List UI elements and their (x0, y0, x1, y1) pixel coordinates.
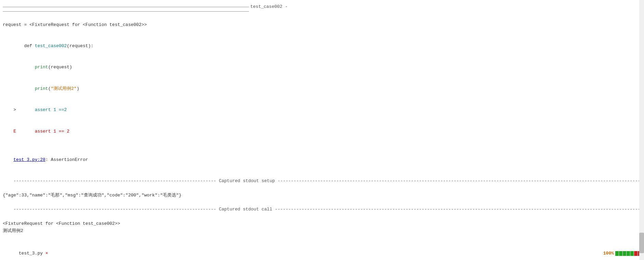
def-line: def test_case002(request): (3, 36, 641, 57)
block-green-2 (619, 251, 622, 256)
test-file-name: test_3.py (19, 251, 45, 256)
chinese-test-label: 测试用例2 (3, 228, 641, 235)
print-chinese-line: print("测试用例2") (3, 78, 641, 99)
assert-e-line: E assert 1 == 2 (3, 121, 641, 142)
gt-marker: > (13, 107, 35, 112)
blank-line-2 (3, 28, 641, 36)
scrollbar-thumb[interactable] (639, 233, 644, 253)
scrollbar[interactable] (639, 0, 644, 260)
terminal-container: test_case002 - request = <FixtureRequest… (0, 0, 644, 260)
captured-setup-section: ----------------------------------------… (3, 170, 641, 192)
json-output-line: {"age":33,"name":"毛那","msg":"查询成功","code… (3, 192, 641, 199)
print-keyword-2: print (35, 86, 48, 91)
test-case-header: test_case002 - (249, 3, 288, 11)
separator-bottom (3, 11, 249, 12)
dashes-left-call: ----------------------------------------… (13, 207, 219, 212)
error-location-line: test_3.py:28: AssertionError (3, 149, 641, 170)
captured-call-label: Captured stdout call (219, 207, 272, 212)
request-line: request = <FixtureRequest for <Function … (3, 22, 641, 29)
progress-percent: 100% (603, 250, 614, 257)
blank-line-1 (3, 14, 641, 22)
dashes-right-call: ----------------------------------------… (272, 207, 644, 212)
error-type: : AssertionError (45, 157, 88, 162)
print-keyword-1: print (35, 65, 48, 70)
block-green-5 (630, 251, 634, 256)
func-name: test_case002 (35, 43, 67, 49)
assert-gt-line: > assert 1 ==2 (3, 99, 641, 121)
fixture-request-line: <FixtureRequest for <Function test_case0… (3, 220, 641, 228)
separator-top (3, 7, 249, 7)
x-mark: × (45, 251, 48, 256)
progress-bar-right: 100% (603, 250, 641, 257)
string-arg: "测试用例2" (51, 86, 76, 91)
block-green-4 (627, 251, 630, 256)
progress-bar-row: test_3.py × 100% (3, 242, 641, 260)
def-keyword: def (13, 43, 35, 49)
captured-setup-label: Captured stdout setup (219, 178, 275, 183)
func-args: (request): (67, 43, 93, 49)
blank-before-progress (3, 235, 641, 242)
error-file-link[interactable]: test_3.py:28 (13, 157, 45, 162)
progress-bar-label: test_3.py × (3, 243, 48, 260)
block-green-3 (623, 251, 626, 256)
e-marker: E (13, 129, 35, 134)
block-green-1 (615, 251, 619, 256)
assert-stmt: assert 1 ==2 (35, 107, 67, 112)
assert-error: assert 1 == 2 (35, 129, 69, 134)
blank-line-3 (3, 142, 641, 149)
progress-blocks (615, 251, 641, 256)
captured-call-section: ----------------------------------------… (3, 199, 641, 220)
dashes-right-setup: ----------------------------------------… (275, 178, 644, 183)
print-request-line: print(request) (3, 57, 641, 78)
test-header-row: test_case002 - (3, 3, 641, 11)
block-red-1 (634, 251, 638, 256)
dashes-left-setup: ----------------------------------------… (13, 178, 219, 183)
